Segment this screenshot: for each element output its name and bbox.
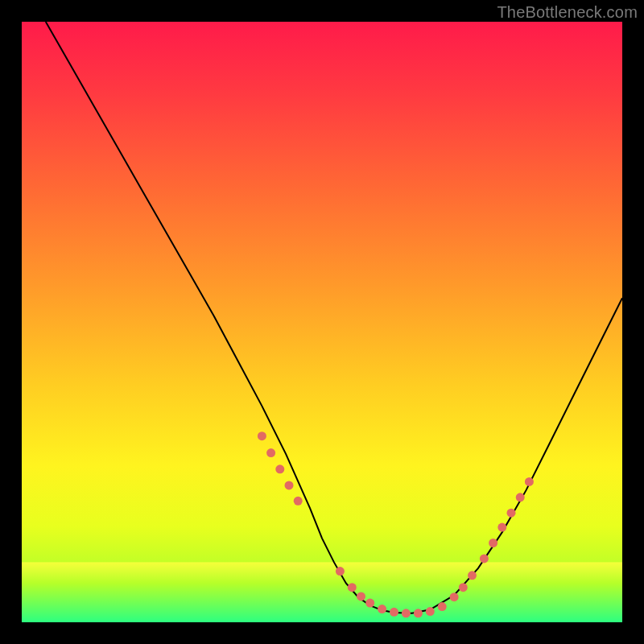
scatter-marker <box>390 608 398 617</box>
scatter-marker <box>468 571 477 580</box>
scatter-marker <box>402 609 411 617</box>
scatter-marker <box>459 583 468 592</box>
green-band <box>22 562 622 622</box>
scatter-marker <box>489 539 497 547</box>
scatter-marker <box>285 481 294 489</box>
scatter-marker <box>266 448 275 457</box>
scatter-marker <box>294 497 303 506</box>
scatter-marker <box>497 523 506 532</box>
scatter-marker <box>275 464 284 473</box>
scatter-marker <box>414 609 423 617</box>
scatter-marker <box>258 431 266 440</box>
scatter-marker <box>365 599 374 608</box>
scatter-marker <box>357 592 365 601</box>
scatter-marker <box>378 605 386 613</box>
scatter-marker <box>516 493 525 502</box>
scatter-marker <box>480 554 489 563</box>
scatter-marker <box>336 567 345 576</box>
watermark-text: TheBottleneck.com <box>497 3 638 22</box>
chart-svg <box>22 22 622 622</box>
gradient-background <box>22 22 622 622</box>
plot-area <box>22 22 622 622</box>
chart-frame: TheBottleneck.com <box>0 0 644 644</box>
scatter-marker <box>438 602 447 611</box>
scatter-marker <box>525 477 534 486</box>
scatter-marker <box>348 583 357 592</box>
scatter-marker <box>426 607 435 616</box>
scatter-marker <box>507 509 516 518</box>
scatter-marker <box>450 592 459 601</box>
